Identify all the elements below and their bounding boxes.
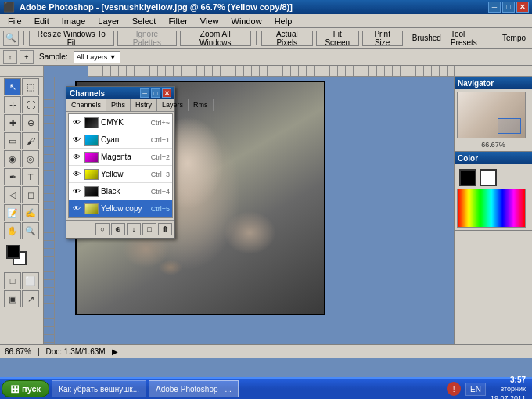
taskbar-item-1[interactable]: Как убрать вешнушк...: [52, 380, 146, 397]
eye-cyan: 👁: [71, 135, 82, 146]
channel-yellow[interactable]: 👁 Yellow Ctrl+3: [69, 166, 172, 183]
heal-tool[interactable]: ✚: [4, 114, 21, 131]
menu-help[interactable]: Help: [270, 16, 297, 27]
channel-black-shortcut: Ctrl+4: [151, 188, 170, 196]
zoom-all-btn[interactable]: Zoom All Windows: [180, 31, 251, 46]
ruler-marks: [88, 66, 454, 76]
eye-yellowcopy: 👁: [71, 203, 82, 214]
standard-mode[interactable]: □: [4, 272, 21, 289]
channel-new-btn[interactable]: □: [142, 223, 156, 235]
status-sep: |: [38, 347, 40, 356]
start-icon: ⊞: [10, 383, 20, 395]
tool-option-1[interactable]: ↕: [3, 50, 17, 64]
foreground-swatch[interactable]: [459, 169, 476, 186]
channels-minimize-btn[interactable]: ─: [140, 88, 149, 98]
tool-option-2[interactable]: +: [20, 50, 34, 64]
menu-edit[interactable]: Edit: [30, 16, 54, 27]
foreground-color[interactable]: [6, 245, 20, 259]
screen-mode[interactable]: ▣: [4, 290, 21, 307]
paint-tool[interactable]: 🖌: [22, 132, 39, 149]
resize-windows-btn[interactable]: Resize Windows To Fit: [29, 31, 114, 46]
navigator-label: Navigator: [458, 79, 494, 88]
taskbar-item-2[interactable]: Adobe Photoshop - ...: [149, 380, 239, 397]
channel-black[interactable]: 👁 Black Ctrl+4: [69, 183, 172, 200]
ruler-corner: [0, 66, 44, 77]
eraser-tool[interactable]: ▭: [4, 132, 21, 149]
zoom-level: 66.67%: [5, 347, 31, 356]
tab-channels[interactable]: Channels: [66, 99, 106, 111]
channel-cyan[interactable]: 👁 Cyan Ctrl+1: [69, 131, 172, 149]
channel-magenta[interactable]: 👁 Magenta Ctrl+2: [69, 149, 172, 166]
minimize-button[interactable]: ─: [488, 2, 501, 13]
title-bar: ⬛ Adobe Photoshop - [vesnushkiyellow.jpg…: [0, 0, 532, 14]
magic-wand-tool[interactable]: ⊹: [4, 96, 21, 113]
toolbar-sep2: [256, 31, 257, 45]
crop-tool[interactable]: ⛶: [22, 96, 39, 113]
channel-yellow-shortcut: Ctrl+3: [151, 171, 170, 178]
channel-yellow-name: Yellow: [101, 170, 149, 178]
menu-file[interactable]: File: [3, 16, 27, 27]
path-tool[interactable]: ◁: [4, 186, 21, 203]
blur-tool[interactable]: ◉: [4, 150, 21, 167]
thumb-cyan: [84, 135, 99, 146]
menu-filter[interactable]: Filter: [164, 16, 192, 27]
notes-tool[interactable]: 📝: [4, 204, 21, 221]
channel-save-btn[interactable]: ↓: [127, 223, 141, 235]
channel-cmyk[interactable]: 👁 CMYK Ctrl+~: [69, 114, 172, 131]
eye-magenta: 👁: [71, 152, 82, 163]
tab-history[interactable]: Hstry: [131, 99, 157, 111]
menu-window[interactable]: Window: [227, 16, 267, 27]
fit-screen-btn[interactable]: Fit Screen: [316, 31, 359, 46]
clock-time: 3:57: [491, 375, 526, 385]
window-controls: ─ □ ✕: [488, 2, 529, 13]
color-content: [455, 164, 532, 230]
print-size-btn[interactable]: Print Size: [362, 31, 403, 46]
actual-pixels-btn[interactable]: Actual Pixels: [261, 31, 313, 46]
lasso-tool[interactable]: ⬚: [22, 78, 39, 95]
status-arrow[interactable]: ▶: [112, 347, 118, 356]
toolbar: 🔍 Resize Windows To Fit Ignore Palettes …: [0, 28, 532, 49]
tab-paths[interactable]: Pths: [106, 99, 131, 111]
fg-bg-swatches: [457, 167, 530, 189]
clone-tool[interactable]: ⊕: [22, 114, 39, 131]
close-button[interactable]: ✕: [516, 2, 529, 13]
sample-dropdown[interactable]: All Layers ▼: [74, 51, 120, 63]
zoom-tool[interactable]: 🔍: [22, 222, 39, 239]
menu-image[interactable]: Image: [57, 16, 91, 27]
lang-indicator[interactable]: EN: [466, 383, 486, 396]
eye-black: 👁: [71, 186, 82, 197]
menu-view[interactable]: View: [196, 16, 224, 27]
background-swatch[interactable]: [480, 169, 497, 186]
move-tool[interactable]: ↖: [4, 78, 21, 95]
menu-select[interactable]: Select: [128, 16, 161, 27]
pen-tool[interactable]: ✒: [4, 168, 21, 185]
tool-icon[interactable]: 🔍: [3, 31, 19, 46]
color-spectrum[interactable]: [457, 189, 526, 228]
maximize-button[interactable]: □: [502, 2, 515, 13]
channels-list: 👁 CMYK Ctrl+~ 👁 Cyan Ctrl+1 👁 Magenta: [68, 113, 173, 218]
channel-visibility-btn[interactable]: ○: [95, 223, 110, 235]
jump-to[interactable]: ↗: [22, 290, 39, 307]
color-label: Color: [458, 154, 478, 163]
hand-tool[interactable]: ✋: [4, 222, 21, 239]
tab-rooms[interactable]: Rms: [189, 99, 214, 111]
eyedropper-tool[interactable]: ✍: [22, 204, 39, 221]
channels-close-btn[interactable]: ✕: [162, 88, 171, 98]
thumb-cmyk: [84, 117, 99, 128]
ignore-palettes-btn[interactable]: Ignore Palettes: [117, 31, 177, 46]
shape-tool[interactable]: ◻: [22, 186, 39, 203]
antivirus-icon: !: [447, 382, 461, 396]
taskbar-right: ! EN 3:57 вторник 19.07.2011: [447, 375, 530, 399]
tab-layers[interactable]: Layers: [157, 99, 189, 111]
channels-maximize-btn[interactable]: □: [151, 88, 160, 98]
quickmask-mode[interactable]: ⬜: [22, 272, 39, 289]
channel-delete-btn[interactable]: 🗑: [158, 223, 172, 235]
brushed-label: Brushed: [409, 34, 444, 42]
channel-load-btn[interactable]: ⊕: [111, 223, 125, 235]
text-tool[interactable]: T: [22, 168, 39, 185]
menu-layer[interactable]: Layer: [93, 16, 124, 27]
dodge-tool[interactable]: ◎: [22, 150, 39, 167]
channel-magenta-shortcut: Ctrl+2: [151, 153, 170, 161]
channel-yellowcopy[interactable]: 👁 Yellow copy Ctrl+5: [69, 200, 172, 217]
start-button[interactable]: ⊞ пуск: [2, 380, 49, 397]
